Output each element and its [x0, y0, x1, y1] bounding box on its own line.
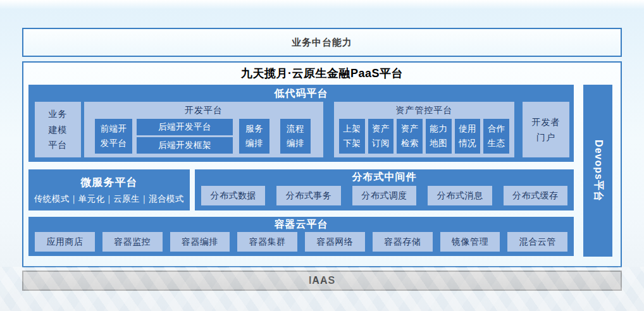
- container-items-row: 应用商店 容器监控 容器编排 容器集群 容器网络 容器存储 镜像管理 混合云管: [35, 232, 567, 252]
- middleware-item-scheduling: 分布式调度: [352, 186, 416, 205]
- low-code-platform-section: 低代码平台 业务 建模 平台 开发平台 前端开 发平台 后端开发平台 后端开发框…: [28, 85, 574, 162]
- asset-item-cooperation: 合作 生态: [483, 119, 509, 154]
- asset-item-line: 生态: [488, 137, 505, 150]
- asset-item-line: 资产: [401, 122, 419, 136]
- asset-items-row: 上架 下架 资产 订阅 资产 检索 能力 地图 使用 情况: [339, 119, 509, 154]
- devops-platform-bar: Devops平台: [583, 85, 612, 257]
- asset-item-subscription: 资产 订阅: [368, 119, 394, 154]
- frontend-dev-platform-box: 前端开 发平台: [95, 119, 132, 154]
- asset-item-onoff-shelf: 上架 下架: [339, 119, 365, 154]
- container-item-network: 容器网络: [305, 232, 365, 252]
- asset-item-line: 资产: [372, 122, 390, 136]
- business-modeling-line2: 建模: [49, 122, 68, 138]
- backend-dev-framework-box: 后端开发框架: [137, 137, 233, 154]
- backend-dev-platform-box: 后端开发平台: [137, 119, 233, 135]
- microservice-platform-title: 微服务平台: [81, 175, 138, 190]
- container-item-hybrid-cloud: 混合云管: [507, 232, 567, 252]
- asset-item-usage: 使用 情况: [455, 119, 481, 154]
- microservice-modes: 传统模式｜单元化｜云原生｜混合模式: [34, 193, 184, 205]
- business-midplatform-capability-box: 业务中台能力: [22, 28, 622, 57]
- middleware-items-row: 分布式数据 分布式事务 分布式调度 分布式消息 分布式缓存: [201, 186, 567, 205]
- middleware-item-cache: 分布式缓存: [504, 186, 567, 205]
- container-cloud-platform-section: 容器云平台 应用商店 容器监控 容器编排 容器集群 容器网络 容器存储 镜像管理…: [28, 217, 574, 256]
- distributed-middleware-section: 分布式中间件 分布式数据 分布式事务 分布式调度 分布式消息 分布式缓存: [195, 169, 574, 210]
- middleware-item-data: 分布式数据: [201, 186, 265, 205]
- middleware-item-transaction: 分布式事务: [276, 186, 340, 205]
- low-code-platform-title: 低代码平台: [28, 87, 574, 101]
- service-orch-line1: 服务: [245, 122, 263, 136]
- asset-control-platform-title: 资产管控平台: [334, 104, 514, 117]
- architecture-diagram: 业务中台能力 九天揽月·云原生金融PaaS平台 低代码平台 业务 建模 平台 开…: [0, 0, 644, 311]
- dev-platform-title: 开发平台: [84, 104, 323, 117]
- asset-item-line: 订阅: [372, 137, 390, 150]
- asset-item-line: 情况: [459, 137, 476, 150]
- microservice-platform-section: 微服务平台 传统模式｜单元化｜云原生｜混合模式: [28, 169, 190, 210]
- service-orch-line2: 编排: [245, 137, 263, 150]
- process-orch-line2: 编排: [287, 137, 304, 150]
- paas-platform-title: 九天揽月·云原生金融PaaS平台: [241, 66, 403, 81]
- frontend-line2: 发平台: [101, 137, 127, 150]
- container-item-image-mgmt: 镜像管理: [440, 232, 500, 252]
- asset-control-platform-panel: 资产管控平台 上架 下架 资产 订阅 资产 检索 能力 地图: [334, 102, 514, 157]
- asset-item-line: 下架: [343, 137, 361, 150]
- business-midplatform-capability-label: 业务中台能力: [292, 37, 352, 49]
- container-item-storage: 容器存储: [373, 232, 433, 252]
- asset-item-retrieval: 资产 检索: [397, 119, 423, 154]
- asset-item-line: 能力: [430, 122, 447, 136]
- dev-platform-panel: 开发平台 前端开 发平台 后端开发平台 后端开发框架 服务 编排 流程 编排: [84, 102, 323, 157]
- asset-item-line: 上架: [343, 122, 361, 136]
- frontend-line1: 前端开: [101, 122, 127, 136]
- business-modeling-line3: 平台: [49, 137, 68, 153]
- asset-item-line: 合作: [488, 122, 505, 136]
- iaas-bar: IAAS: [22, 271, 622, 291]
- devops-platform-title: Devops平台: [591, 140, 605, 202]
- business-modeling-line1: 业务: [49, 106, 68, 122]
- container-item-monitoring: 容器监控: [102, 232, 163, 252]
- asset-item-line: 地图: [430, 137, 447, 150]
- process-orch-line1: 流程: [287, 122, 304, 136]
- container-item-cluster: 容器集群: [237, 232, 297, 252]
- business-modeling-platform-box: 业务 建模 平台: [35, 102, 81, 157]
- process-orchestration-box: 流程 编排: [280, 119, 311, 154]
- service-orchestration-box: 服务 编排: [239, 119, 269, 154]
- paas-platform-title-row: 九天揽月·云原生金融PaaS平台: [23, 63, 621, 84]
- asset-item-line: 检索: [401, 137, 419, 150]
- asset-item-line: 使用: [459, 122, 476, 136]
- developer-portal-box: 开发者 门户: [523, 102, 569, 157]
- container-item-app-store: 应用商店: [35, 232, 95, 252]
- container-cloud-platform-title: 容器云平台: [28, 217, 574, 231]
- iaas-label: IAAS: [309, 275, 335, 286]
- developer-portal-line2: 门户: [536, 130, 555, 145]
- middleware-item-message: 分布式消息: [428, 186, 492, 205]
- developer-portal-line1: 开发者: [532, 114, 560, 130]
- distributed-middleware-title: 分布式中间件: [195, 170, 574, 184]
- asset-item-capability-map: 能力 地图: [426, 119, 452, 154]
- container-item-orchestration: 容器编排: [170, 232, 230, 252]
